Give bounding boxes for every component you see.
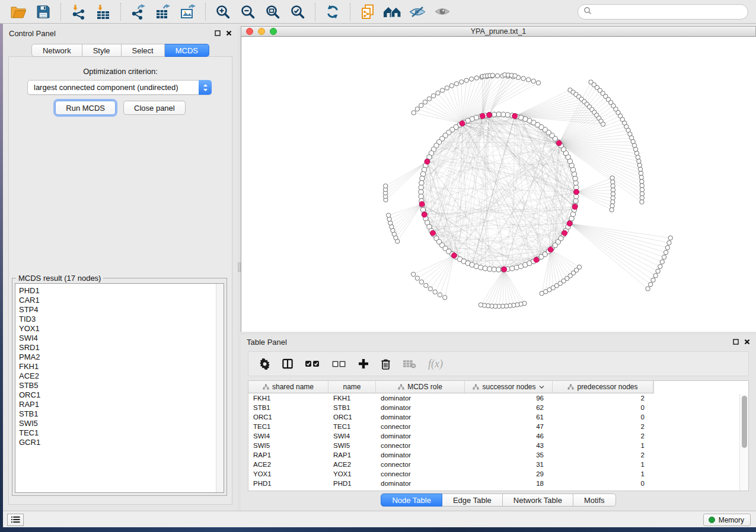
graph-node[interactable] [570,211,575,216]
graph-node[interactable] [487,267,492,271]
task-history-button[interactable] [7,514,24,526]
graph-leaf-node[interactable] [531,79,535,83]
graph-node[interactable] [419,190,423,194]
close-panel-icon[interactable] [226,28,232,39]
graph-mcds-node[interactable] [502,267,507,272]
graph-mcds-node[interactable] [572,204,578,209]
close-panel-button[interactable]: Close panel [123,101,186,115]
memory-button[interactable]: Memory [703,514,751,526]
table-row[interactable]: YOX1YOX1connector291 [248,469,748,479]
mcds-list-item[interactable]: TEC1 [19,428,224,438]
first-neighbors-icon[interactable] [382,2,403,22]
graph-node[interactable] [420,172,425,177]
import-network-icon[interactable] [68,2,89,22]
table-settings-gear-icon[interactable] [259,358,270,370]
graph-leaf-node[interactable] [415,107,419,111]
tab-select[interactable]: Select [122,44,165,57]
graph-leaf-node[interactable] [638,167,642,171]
column-header-successor-nodes[interactable]: successor nodes [465,381,553,393]
tab-node-table[interactable]: Node Table [381,493,442,507]
graph-leaf-node[interactable] [651,278,655,282]
graph-leaf-node[interactable] [656,269,660,273]
graph-leaf-node[interactable] [438,293,442,297]
hide-selected-icon[interactable] [407,2,428,22]
mcds-list-item[interactable]: ACE2 [19,371,224,381]
graph-leaf-node[interactable] [464,78,468,82]
graph-leaf-node[interactable] [637,163,642,167]
graph-leaf-node[interactable] [640,187,644,191]
graph-mcds-node[interactable] [567,221,572,226]
graph-mcds-node[interactable] [451,253,457,258]
mcds-list-item[interactable]: SWI4 [19,334,224,343]
graph-leaf-node[interactable] [611,200,615,204]
mcds-list-item[interactable]: STB5 [19,381,224,390]
graph-mcds-node[interactable] [419,201,425,207]
graph-leaf-node[interactable] [415,276,419,280]
graph-node[interactable] [510,266,515,271]
graph-leaf-node[interactable] [662,255,666,259]
graph-leaf-node[interactable] [474,76,479,80]
table-row[interactable]: FKH1FKH1dominator962 [248,393,748,403]
graph-leaf-node[interactable] [431,94,435,98]
graph-node[interactable] [514,265,519,270]
graph-mcds-node[interactable] [422,212,427,217]
graph-leaf-node[interactable] [658,264,662,268]
graph-leaf-node[interactable] [490,73,495,78]
tab-network-table[interactable]: Network Table [503,493,573,507]
graph-leaf-node[interactable] [440,88,444,92]
mcds-list-item[interactable]: ORC1 [19,390,224,400]
graph-leaf-node[interactable] [611,196,615,200]
graph-leaf-node[interactable] [653,274,658,278]
graph-leaf-node[interactable] [540,291,544,296]
graph-leaf-node[interactable] [634,151,639,155]
deselect-all-rows-icon[interactable] [332,360,346,368]
graph-leaf-node[interactable] [443,296,447,300]
graph-mcds-node[interactable] [430,230,435,236]
mcds-list-item[interactable]: PHD1 [19,286,224,296]
graph-leaf-node[interactable] [433,290,437,294]
graph-node[interactable] [518,115,523,120]
tab-network[interactable]: Network [31,44,82,57]
graph-leaf-node[interactable] [428,287,432,291]
mcds-list-item[interactable]: SRD1 [19,343,224,352]
graph-leaf-node[interactable] [640,191,644,196]
graph-node[interactable] [501,112,506,117]
graph-mcds-node[interactable] [425,159,430,164]
graph-leaf-node[interactable] [449,84,454,88]
search-input[interactable] [592,6,748,18]
graph-leaf-node[interactable] [521,76,525,81]
open-file-icon[interactable] [8,2,29,22]
graph-leaf-node[interactable] [445,86,449,90]
table-row[interactable]: STB1STB1dominator620 [248,403,748,412]
graph-leaf-node[interactable] [427,97,431,101]
import-table-icon[interactable] [92,2,114,22]
graph-leaf-node[interactable] [639,171,643,175]
graph-leaf-node[interactable] [667,241,671,245]
table-row[interactable]: SWI5SWI5connector431 [248,441,748,450]
table-row[interactable]: PHD1PHD1dominator180 [248,479,748,488]
graph-node[interactable] [573,198,578,203]
table-row[interactable]: ACE2ACE2connector311 [248,460,748,469]
graph-node[interactable] [474,264,479,268]
export-table-icon[interactable] [152,2,174,22]
graph-leaf-node[interactable] [640,200,644,204]
graph-leaf-node[interactable] [424,283,428,287]
run-mcds-button[interactable]: Run MCDS [55,101,116,115]
graph-leaf-node[interactable] [639,175,643,180]
graph-node[interactable] [496,267,501,272]
mcds-list-item[interactable]: TID3 [19,315,224,324]
tab-motifs[interactable]: Motifs [573,493,616,507]
graph-leaf-node[interactable] [640,196,644,200]
graph-leaf-node[interactable] [610,176,614,180]
network-canvas[interactable] [241,37,756,332]
graph-mcds-node[interactable] [548,247,553,252]
graph-leaf-node[interactable] [610,207,614,211]
graph-leaf-node[interactable] [640,180,644,184]
graph-leaf-node[interactable] [423,100,427,104]
graph-mcds-node[interactable] [512,113,518,118]
graph-node[interactable] [422,167,426,172]
graph-node[interactable] [492,267,496,272]
select-all-rows-icon[interactable] [305,360,320,368]
tab-edge-table[interactable]: Edge Table [442,493,503,507]
delete-column-trash-icon[interactable] [381,358,391,370]
